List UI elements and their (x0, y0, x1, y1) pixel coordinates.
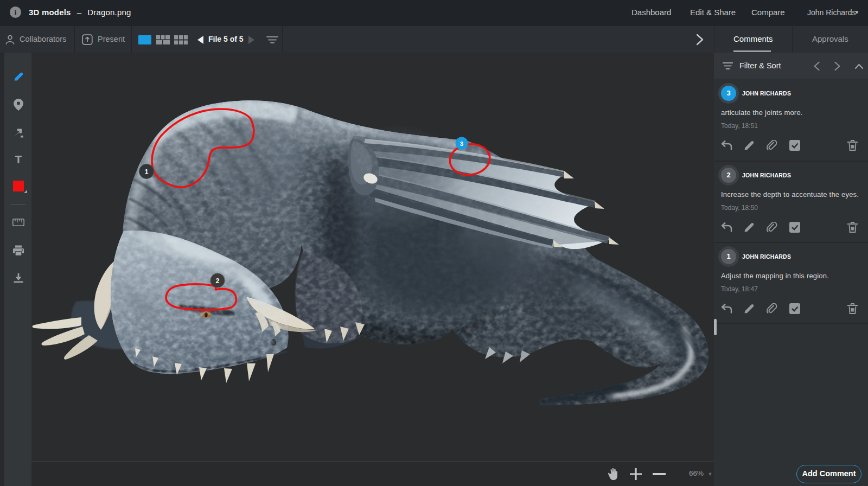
svg-text:1: 1 (145, 168, 149, 176)
svg-text:3: 3 (460, 140, 463, 147)
svg-text:2: 2 (216, 277, 220, 285)
